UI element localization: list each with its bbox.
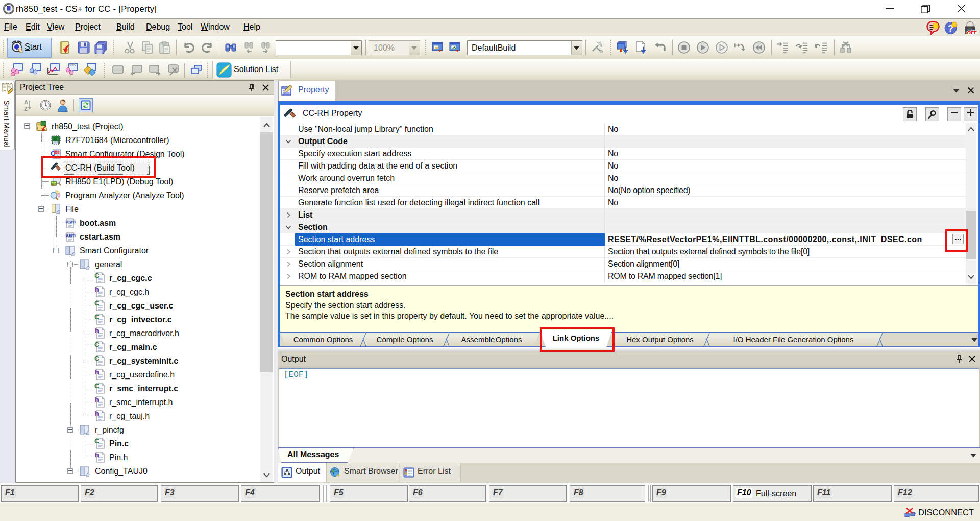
svg-text:OFF: OFF [967, 30, 977, 35]
svg-text:Z: Z [24, 106, 28, 112]
svg-text:A: A [24, 99, 28, 105]
